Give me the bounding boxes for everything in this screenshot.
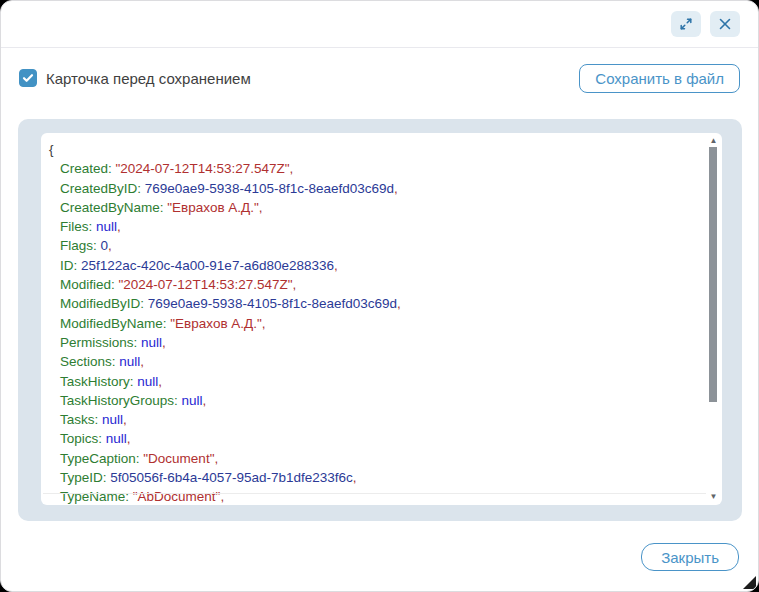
scrollbar-up-arrow-icon[interactable]: ▲ bbox=[707, 135, 720, 147]
json-line: Sections: null, bbox=[49, 352, 700, 371]
json-segment-key: TaskHistoryGroups: bbox=[60, 393, 182, 408]
json-segment-number: 0 bbox=[101, 238, 109, 253]
json-line: Modified: "2024-07-12T14:53:27.547Z", bbox=[49, 275, 700, 294]
json-segment-comma: , bbox=[203, 393, 207, 408]
json-segment-comma: , bbox=[140, 354, 144, 369]
json-panel: {Created: "2024-07-12T14:53:27.547Z",Cre… bbox=[18, 119, 742, 521]
json-segment-comma: , bbox=[162, 335, 166, 350]
json-segment-comma: , bbox=[108, 238, 112, 253]
close-icon bbox=[718, 17, 732, 31]
card-before-save-checkbox[interactable] bbox=[19, 69, 37, 87]
json-segment-key: Tasks: bbox=[60, 412, 102, 427]
json-card-dialog: Карточка перед сохранением Сохранить в ф… bbox=[0, 0, 759, 592]
json-segment-string: "Еврахов А.Д." bbox=[170, 316, 261, 331]
dialog-footer: Закрыть bbox=[641, 543, 739, 571]
json-line: { bbox=[49, 140, 700, 159]
close-dialog-button[interactable]: Закрыть bbox=[641, 543, 739, 571]
json-line: Created: "2024-07-12T14:53:27.547Z", bbox=[49, 159, 700, 178]
checkbox-label: Карточка перед сохранением bbox=[46, 70, 251, 87]
dialog-header bbox=[1, 1, 758, 48]
json-segment-key: ModifiedByName: bbox=[60, 316, 170, 331]
checkmark-icon bbox=[22, 72, 34, 84]
json-segment-punct: { bbox=[49, 142, 54, 157]
json-segment-string: "AbDocument" bbox=[133, 489, 221, 504]
json-segment-comma: , bbox=[117, 219, 121, 234]
json-segment-string: "Document" bbox=[143, 451, 214, 466]
json-segment-null: null bbox=[137, 374, 158, 389]
json-segment-comma: , bbox=[334, 258, 338, 273]
content-bottom-divider bbox=[43, 493, 706, 494]
json-segment-comma: , bbox=[127, 431, 131, 446]
json-line: Flags: 0, bbox=[49, 236, 700, 255]
json-segment-string: "2024-07-12T14:53:27.547Z" bbox=[116, 161, 290, 176]
json-segment-key: ModifiedByID: bbox=[60, 296, 148, 311]
json-segment-key: CreatedByName: bbox=[60, 200, 167, 215]
json-line: Permissions: null, bbox=[49, 333, 700, 352]
json-segment-key: Files: bbox=[60, 219, 96, 234]
json-segment-comma: , bbox=[394, 181, 398, 196]
vertical-scrollbar[interactable]: ▲ ▼ bbox=[707, 135, 720, 503]
expand-button[interactable] bbox=[671, 11, 701, 37]
json-segment-comma: , bbox=[290, 161, 294, 176]
toolbar: Карточка перед сохранением Сохранить в ф… bbox=[19, 61, 740, 95]
json-segment-null: null bbox=[182, 393, 203, 408]
json-segment-null: null bbox=[96, 219, 117, 234]
json-segment-null: null bbox=[141, 335, 162, 350]
scrollbar-down-arrow-icon[interactable]: ▼ bbox=[707, 491, 720, 503]
json-card: {Created: "2024-07-12T14:53:27.547Z",Cre… bbox=[41, 133, 722, 505]
json-segment-comma: , bbox=[293, 277, 297, 292]
json-segment-comma: , bbox=[123, 412, 127, 427]
json-line: ModifiedByID: 769e0ae9-5938-4105-8f1c-8e… bbox=[49, 294, 700, 313]
json-segment-key: Sections: bbox=[60, 354, 119, 369]
json-line: Tasks: null, bbox=[49, 410, 700, 429]
json-segment-key: Flags: bbox=[60, 238, 101, 253]
json-segment-comma: , bbox=[158, 374, 162, 389]
json-line: CreatedByID: 769e0ae9-5938-4105-8f1c-8ea… bbox=[49, 179, 700, 198]
json-segment-key: TaskHistory: bbox=[60, 374, 137, 389]
json-line: CreatedByName: "Еврахов А.Д.", bbox=[49, 198, 700, 217]
json-segment-string: "2024-07-12T14:53:27.547Z" bbox=[119, 277, 293, 292]
json-line: ID: 25f122ac-420c-4a00-91e7-a6d80e288336… bbox=[49, 256, 700, 275]
json-segment-number: 25f122ac-420c-4a00-91e7-a6d80e288336 bbox=[81, 258, 334, 273]
json-viewer-content[interactable]: {Created: "2024-07-12T14:53:27.547Z",Cre… bbox=[41, 133, 722, 505]
json-line: TaskHistoryGroups: null, bbox=[49, 391, 700, 410]
json-segment-comma: , bbox=[259, 200, 263, 215]
json-segment-comma: , bbox=[214, 451, 218, 466]
json-segment-key: CreatedByID: bbox=[60, 181, 145, 196]
json-line: TypeName: "AbDocument", bbox=[49, 487, 700, 505]
json-segment-key: Topics: bbox=[60, 431, 106, 446]
expand-icon bbox=[678, 16, 694, 32]
save-to-file-button[interactable]: Сохранить в файл bbox=[579, 64, 740, 93]
json-segment-number: 769e0ae9-5938-4105-8f1c-8eaefd03c69d bbox=[145, 181, 394, 196]
json-segment-null: null bbox=[119, 354, 140, 369]
json-line: TypeCaption: "Document", bbox=[49, 449, 700, 468]
json-segment-comma: , bbox=[353, 470, 357, 485]
json-segment-key: TypeID: bbox=[60, 470, 110, 485]
json-segment-null: null bbox=[102, 412, 123, 427]
resize-handle[interactable] bbox=[743, 576, 756, 589]
json-segment-key: TypeName: bbox=[60, 489, 133, 504]
card-before-save-checkbox-row[interactable]: Карточка перед сохранением bbox=[19, 69, 251, 87]
json-segment-key: Permissions: bbox=[60, 335, 141, 350]
json-segment-comma: , bbox=[262, 316, 266, 331]
close-button[interactable] bbox=[710, 11, 740, 37]
json-segment-string: "Еврахов А.Д." bbox=[167, 200, 258, 215]
scrollbar-thumb[interactable] bbox=[709, 147, 717, 402]
json-segment-key: ID: bbox=[60, 258, 81, 273]
json-segment-key: Created: bbox=[60, 161, 116, 176]
json-segment-null: null bbox=[106, 431, 127, 446]
json-segment-key: Modified: bbox=[60, 277, 119, 292]
json-line: Files: null, bbox=[49, 217, 700, 236]
json-segment-comma: , bbox=[220, 489, 224, 504]
json-line: TaskHistory: null, bbox=[49, 372, 700, 391]
json-segment-number: 769e0ae9-5938-4105-8f1c-8eaefd03c69d bbox=[148, 296, 397, 311]
json-line: ModifiedByName: "Еврахов А.Д.", bbox=[49, 314, 700, 333]
json-segment-key: TypeCaption: bbox=[60, 451, 143, 466]
json-segment-number: 5f05056f-6b4a-4057-95ad-7b1dfe233f6c bbox=[110, 470, 352, 485]
json-line: TypeID: 5f05056f-6b4a-4057-95ad-7b1dfe23… bbox=[49, 468, 700, 487]
json-segment-comma: , bbox=[397, 296, 401, 311]
json-line: Topics: null, bbox=[49, 429, 700, 448]
